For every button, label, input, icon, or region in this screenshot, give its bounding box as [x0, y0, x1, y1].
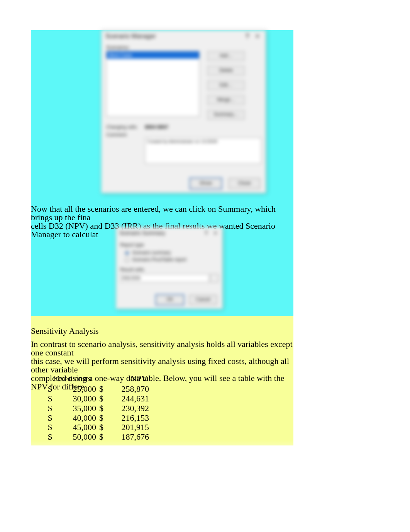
- scenarios-label: Scenarios:: [106, 44, 261, 50]
- table-header-row: Fixed costs NPV: [46, 373, 151, 384]
- scenario-item-selected[interactable]: Best Case: [107, 51, 199, 59]
- changing-cells-value: $B$4:$B$7: [145, 124, 261, 130]
- help-icon[interactable]: ?: [202, 230, 210, 236]
- show-button[interactable]: Show: [190, 178, 222, 189]
- sensitivity-table: Fixed costs NPV $ 25,000 $ 258,870 $ 30,…: [46, 373, 151, 442]
- currency-symbol: $: [48, 403, 52, 413]
- table-row: $ 40,000 $ 216,153: [46, 413, 151, 423]
- table-body: $ 25,000 $ 258,870 $ 30,000 $ 244,631 $ …: [46, 384, 151, 442]
- radio-icon: [125, 251, 129, 255]
- comment-label: Comment:: [106, 132, 145, 138]
- option-pivot-label: Scenario PivotTable report: [132, 257, 186, 262]
- fc-value: 30,000: [73, 394, 97, 403]
- dialog-titlebar: Scenario Manager ? ×: [102, 31, 266, 42]
- currency-symbol: $: [48, 394, 52, 403]
- para-yellow-line1: In contrast to scenario analysis, sensit…: [31, 339, 293, 357]
- currency-symbol: $: [99, 422, 103, 432]
- currency-symbol: $: [99, 403, 103, 413]
- fc-value: 40,000: [73, 413, 97, 423]
- para-yellow-line2: this case, we will perform sensitivity a…: [31, 356, 289, 374]
- dialog2-title: Scenario Summary: [119, 230, 165, 236]
- range-picker-icon[interactable]: [210, 274, 219, 282]
- currency-symbol: $: [48, 432, 52, 442]
- dialog2-titlebar: Scenario Summary ? ×: [116, 228, 222, 238]
- currency-symbol: $: [48, 413, 52, 423]
- radio-icon: [125, 258, 129, 262]
- sensitivity-heading: Sensitivity Analysis: [31, 326, 98, 336]
- report-type-label: Report type: [120, 242, 219, 248]
- option-scenario-pivot[interactable]: Scenario PivotTable report: [125, 256, 219, 263]
- currency-symbol: $: [48, 384, 52, 394]
- option-scenario-summary[interactable]: Scenario summary: [125, 249, 219, 256]
- delete-button[interactable]: Delete: [207, 66, 245, 76]
- npv-value: 230,392: [122, 403, 149, 413]
- window-buttons-2: ? ×: [202, 230, 219, 236]
- currency-symbol: $: [48, 422, 52, 432]
- close-button[interactable]: Close: [229, 178, 260, 189]
- npv-value: 216,153: [122, 413, 149, 423]
- header-fixed-costs: Fixed costs: [46, 373, 98, 384]
- npv-value: 187,676: [122, 432, 149, 442]
- dialog-title: Scenario Manager: [105, 33, 156, 40]
- npv-value: 258,870: [122, 384, 149, 394]
- table-row: $ 50,000 $ 187,676: [46, 432, 151, 442]
- page: Scenario Manager ? × Scenarios: Best Cas…: [0, 0, 410, 532]
- summary-button[interactable]: Summary…: [207, 110, 245, 120]
- help-icon[interactable]: ?: [243, 33, 252, 40]
- cancel-button[interactable]: Cancel: [189, 295, 217, 305]
- fc-value: 45,000: [73, 422, 97, 432]
- window-buttons: ? ×: [243, 33, 262, 40]
- result-cells-label: Result cells:: [120, 267, 219, 272]
- currency-symbol: $: [99, 432, 103, 442]
- close-icon[interactable]: ×: [253, 33, 262, 40]
- table-row: $ 25,000 $ 258,870: [46, 384, 151, 394]
- para-cyan-line1: Now that all the scenarios are entered, …: [31, 204, 276, 222]
- edit-button[interactable]: Edit…: [207, 80, 245, 90]
- changing-cells-label: Changing cells:: [106, 124, 145, 130]
- currency-symbol: $: [99, 394, 103, 403]
- comment-box: Created by Administrator on 1/1/2020: [145, 138, 261, 164]
- fc-value: 50,000: [73, 432, 97, 442]
- scenario-manager-dialog: Scenario Manager ? × Scenarios: Best Cas…: [101, 30, 266, 193]
- fc-value: 35,000: [73, 403, 97, 413]
- option-summary-label: Scenario summary: [132, 250, 171, 255]
- add-button[interactable]: Add…: [207, 51, 245, 61]
- merge-button[interactable]: Merge…: [207, 95, 245, 105]
- npv-value: 201,915: [122, 422, 149, 432]
- table-row: $ 30,000 $ 244,631: [46, 394, 151, 404]
- header-npv: NPV: [98, 373, 151, 384]
- fc-value: 25,000: [73, 384, 97, 394]
- currency-symbol: $: [99, 413, 103, 423]
- close-icon[interactable]: ×: [212, 230, 219, 236]
- table-row: $ 35,000 $ 230,392: [46, 404, 151, 413]
- scenarios-listbox[interactable]: Best Case: [106, 51, 200, 117]
- currency-symbol: $: [99, 384, 103, 394]
- result-cells-input[interactable]: [120, 274, 209, 282]
- ok-button[interactable]: OK: [156, 295, 184, 305]
- scenario-summary-dialog: Scenario Summary ? × Report type Scenari…: [116, 227, 223, 309]
- npv-value: 244,631: [122, 394, 149, 403]
- table-row: $ 45,000 $ 201,915: [46, 423, 151, 432]
